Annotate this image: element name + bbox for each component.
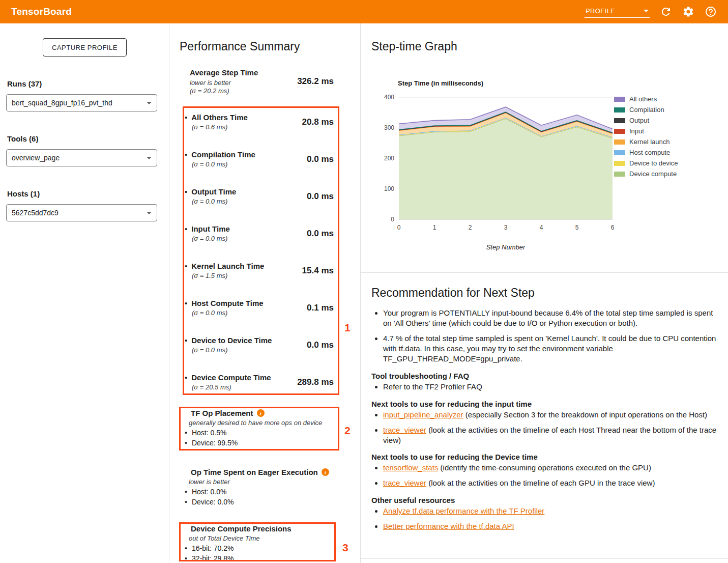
app-title: TensorBoard (11, 6, 72, 17)
legend-item-device-compute: Device compute (614, 171, 678, 177)
metric-value: 20.8 ms (302, 117, 334, 127)
svg-text:100: 100 (384, 185, 394, 192)
step-time-chart: 01002003004000123456 (376, 90, 620, 242)
annotation-number-1: 1 (344, 322, 351, 334)
metric-value: 326.2 ms (297, 76, 334, 87)
device-tools-heading: Next tools to use for reducing the Devic… (371, 453, 717, 461)
tools-label: Tools (6) (7, 134, 38, 143)
chart-x-axis-label: Step Number (399, 243, 613, 251)
legend-item-output: Output (614, 117, 678, 124)
resource-item: Better performance with the tf.data API (383, 521, 717, 531)
recommendation-bullet: Your program is POTENTIALLY input-bound … (383, 308, 717, 328)
eager-execution-section: Op Time Spent on Eager Execution lower i… (184, 468, 344, 506)
legend-swatch (614, 129, 625, 134)
chevron-down-icon (147, 157, 152, 159)
metric-input-time: Input Time (σ = 0.0 ms) 0.0 ms (185, 224, 334, 242)
input-tools-heading: Next tools to use for reducing the input… (371, 400, 717, 408)
dashboard-select[interactable]: PROFILE (585, 6, 650, 18)
legend-swatch (614, 161, 625, 166)
info-icon[interactable] (322, 468, 329, 476)
input-tool-item: trace_viewer (look at the activities on … (383, 425, 717, 445)
precision-32bit: 32-bit: 29.8% (184, 554, 344, 562)
metric-value: 289.8 ms (297, 377, 334, 387)
step-time-panel: Step-time Graph Step Time (in millisecon… (360, 23, 728, 563)
legend-item-kernel-launch: Kernel launch (614, 138, 678, 145)
legend-label: Host compute (629, 149, 670, 156)
chart-legend: All othersCompilationOutputInputKernel l… (614, 96, 678, 177)
chevron-down-icon (147, 212, 152, 214)
tfdata-performance-link[interactable]: Analyze tf.data performance with the TF … (383, 506, 544, 515)
svg-text:0: 0 (391, 216, 394, 223)
svg-text:300: 300 (384, 124, 394, 131)
help-icon[interactable] (705, 6, 717, 18)
hosts-label: Hosts (1) (7, 189, 40, 198)
tensorflow-stats-link[interactable]: tensorflow_stats (383, 463, 438, 472)
legend-label: Compilation (629, 106, 664, 114)
tf-op-placement-host: Host: 0.5% (184, 429, 344, 437)
input-tool-item: input_pipeline_analyzer (especially Sect… (383, 410, 717, 420)
performance-summary-title: Performance Summary (180, 40, 300, 53)
sidebar: CAPTURE PROFILE Runs (37) bert_squad_8gp… (0, 23, 169, 563)
legend-item-all-others: All others (614, 96, 678, 102)
legend-swatch (614, 97, 625, 102)
tfdata-api-link[interactable]: Better performance with the tf.data API (383, 522, 514, 530)
svg-text:3: 3 (504, 224, 508, 231)
legend-label: Input (629, 127, 644, 135)
legend-label: Device compute (629, 170, 677, 178)
metric-all-others-time: All Others Time (σ = 0.6 ms) 20.8 ms (185, 113, 334, 131)
chart-title: Step Time (in milliseconds) (398, 79, 483, 87)
svg-text:200: 200 (384, 155, 394, 162)
eager-device: Device: 0.0% (184, 498, 344, 506)
legend-swatch (614, 139, 625, 145)
metric-output-time: Output Time (σ = 0.0 ms) 0.0 ms (185, 187, 334, 205)
precision-16bit: 16-bit: 70.2% (184, 544, 344, 552)
faq-heading: Tool troubleshooting / FAQ (371, 372, 717, 380)
capture-profile-button[interactable]: CAPTURE PROFILE (43, 38, 127, 57)
trace-viewer-link[interactable]: trace_viewer (383, 426, 426, 434)
metric-value: 0.1 ms (307, 303, 334, 313)
device-compute-precisions-section: Device Compute Precisions out of Total D… (184, 524, 344, 562)
legend-label: All others (629, 95, 657, 103)
tools-select[interactable]: overview_page (6, 149, 157, 166)
svg-text:1: 1 (433, 224, 436, 231)
dashboard-select-value: PROFILE (586, 7, 615, 15)
svg-text:2: 2 (469, 224, 472, 231)
step-time-chart-svg: 01002003004000123456 (376, 90, 620, 242)
legend-item-compilation: Compilation (614, 106, 678, 113)
device-tool-item: tensorflow_stats (identify the time-cons… (383, 463, 717, 473)
legend-item-device-to-device: Device to device (614, 160, 678, 166)
faq-item: Refer to the TF2 Profiler FAQ (383, 382, 717, 392)
info-icon[interactable] (257, 409, 265, 417)
gear-icon[interactable] (682, 6, 694, 18)
metric-average-step-time: Average Step Time lower is better (σ = 2… (190, 68, 334, 95)
legend-item-host-compute: Host compute (614, 149, 678, 156)
annotation-number-2: 2 (344, 425, 351, 437)
svg-text:4: 4 (540, 224, 543, 231)
metric-value: 0.0 ms (307, 340, 334, 350)
runs-label: Runs (37) (7, 79, 42, 88)
tf-op-placement-device: Device: 99.5% (184, 439, 344, 447)
hosts-select[interactable]: 5627c5dd7dc9 (6, 204, 157, 221)
svg-text:400: 400 (384, 94, 394, 101)
svg-text:0: 0 (397, 224, 401, 231)
chevron-down-icon (147, 102, 152, 104)
legend-item-input: Input (614, 128, 678, 134)
resource-item: Analyze tf.data performance with the TF … (383, 506, 717, 516)
metric-kernel-launch-time: Kernel Launch Time (σ = 1.5 ms) 15.4 ms (185, 262, 334, 279)
svg-text:6: 6 (611, 224, 615, 231)
legend-label: Kernel launch (629, 138, 670, 146)
runs-select[interactable]: bert_squad_8gpu_fp16_pvt_thd (6, 94, 157, 111)
legend-swatch (614, 150, 625, 155)
hosts-select-value: 5627c5dd7dc9 (12, 209, 59, 217)
metric-value: 0.0 ms (307, 154, 334, 164)
trace-viewer-link[interactable]: trace_viewer (383, 478, 426, 487)
chevron-down-icon (644, 10, 649, 12)
metric-compilation-time: Compilation Time (σ = 0.0 ms) 0.0 ms (185, 150, 334, 168)
eager-host: Host: 0.0% (184, 488, 344, 496)
legend-swatch (614, 107, 625, 112)
refresh-icon[interactable] (660, 6, 672, 18)
metric-value: 15.4 ms (302, 266, 334, 276)
metric-device-to-device-time: Device to Device Time (σ = 0.0 ms) 0.0 m… (185, 336, 334, 354)
legend-label: Device to device (629, 159, 678, 167)
input-pipeline-analyzer-link[interactable]: input_pipeline_analyzer (383, 410, 463, 419)
